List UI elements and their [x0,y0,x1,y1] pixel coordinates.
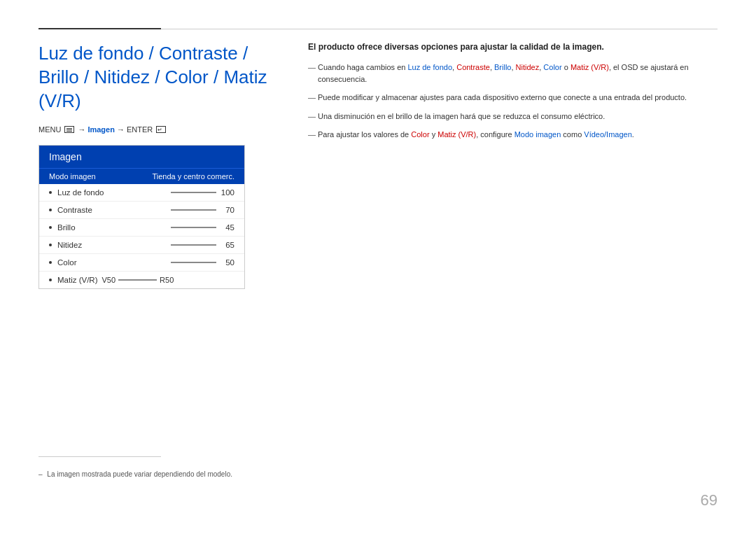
osd-slider-contraste [171,209,216,211]
osd-value-luz: 100 [220,188,234,197]
osd-label-contraste: Contraste [57,206,171,214]
dot-icon [49,226,52,229]
list-item: Una disminución en el brillo de la image… [308,111,718,122]
osd-slider-brillo [171,227,216,228]
arrow2: → [117,125,125,134]
osd-label-matiz: Matiz (V/R) [57,276,98,284]
dot-icon [49,191,52,194]
bottom-note-line [38,456,161,457]
matiz-v-label: V50 [102,276,116,284]
osd-value-color: 50 [220,258,234,267]
link-matiz2: Matiz (V/R) [438,130,476,139]
enter-icon [156,126,166,133]
slider-area-color: 50 [171,258,234,267]
osd-slider-matiz [118,279,157,281]
dot-icon [49,244,52,246]
list-item: Para ajustar los valores de Color y Mati… [308,129,718,141]
list-item: Cuando haga cambios en Luz de fondo, Con… [308,62,718,85]
top-border-dark [38,28,161,29]
arrow1: → [78,125,85,134]
osd-row-color: Color 50 [39,254,244,272]
dash-icon: – [38,470,43,478]
osd-label-luz: Luz de fondo [57,188,171,197]
osd-slider-nitidez [171,244,216,246]
link-video-imagen: Vídeo/Imagen [584,130,632,139]
bullet-list: Cuando haga cambios en Luz de fondo, Con… [308,62,718,141]
link-matiz1: Matiz (V/R) [570,63,609,71]
page-number: 69 [701,491,718,510]
osd-subheader: Modo imagen Tienda y centro comerc. [39,168,244,184]
slider-area-contraste: 70 [171,206,234,214]
left-column: Luz de fondo / Contraste / Brillo / Niti… [38,42,284,289]
top-border-light [161,29,718,29]
osd-slider-luz [171,192,216,193]
link-brillo: Brillo [494,63,511,71]
link-nitidez: Nitidez [516,63,540,71]
link-color2: Color [411,130,429,139]
matiz-slider-area: V50 R50 [102,276,174,284]
osd-subheader-right: Tienda y centro comerc. [152,172,234,181]
link-contraste: Contraste [456,63,490,71]
intro-text: El producto ofrece diversas opciones par… [308,42,718,52]
bottom-note-text: La imagen mostrada puede variar dependie… [47,470,232,478]
osd-slider-color [171,262,216,263]
link-color: Color [543,63,561,71]
link-modo-imagen: Modo imagen [514,130,561,139]
link-luz-fondo: Luz de fondo [407,63,452,71]
dot-icon [49,279,52,281]
menu-imagen-link: Imagen [88,125,115,134]
enter-text: ENTER [127,125,153,134]
dot-icon [49,261,52,264]
osd-value-contraste: 70 [220,206,234,214]
osd-subheader-left: Modo imagen [49,172,96,181]
osd-value-brillo: 45 [220,223,234,232]
menu-text: MENU [38,125,61,134]
osd-label-nitidez: Nitidez [57,241,171,249]
osd-row-contraste: Contraste 70 [39,202,244,219]
osd-label-brillo: Brillo [57,223,171,232]
page-container: Luz de fondo / Contraste / Brillo / Niti… [0,0,756,534]
matiz-r-label: R50 [160,276,174,284]
slider-area-luz: 100 [171,188,234,197]
osd-row-brillo: Brillo 45 [39,219,244,237]
osd-header: Imagen [39,146,244,168]
menu-icon [64,126,74,133]
slider-area-nitidez: 65 [171,241,234,249]
bottom-note: – La imagen mostrada puede variar depend… [38,470,232,478]
osd-row-luz: Luz de fondo 100 [39,184,244,202]
dot-icon [49,209,52,211]
osd-rows: Luz de fondo 100 Contraste 70 [39,184,244,288]
osd-label-color: Color [57,258,171,267]
osd-row-nitidez: Nitidez 65 [39,237,244,254]
page-title: Luz de fondo / Contraste / Brillo / Niti… [38,42,284,113]
osd-row-matiz: Matiz (V/R) V50 R50 [39,272,244,288]
list-item: Puede modificar y almacenar ajustes para… [308,92,718,104]
osd-value-nitidez: 65 [220,241,234,249]
slider-area-brillo: 45 [171,223,234,232]
right-column: El producto ofrece diversas opciones par… [308,42,718,148]
osd-menu: Imagen Modo imagen Tienda y centro comer… [38,145,245,289]
top-border [38,28,718,29]
menu-path: MENU → Imagen → ENTER [38,125,284,134]
